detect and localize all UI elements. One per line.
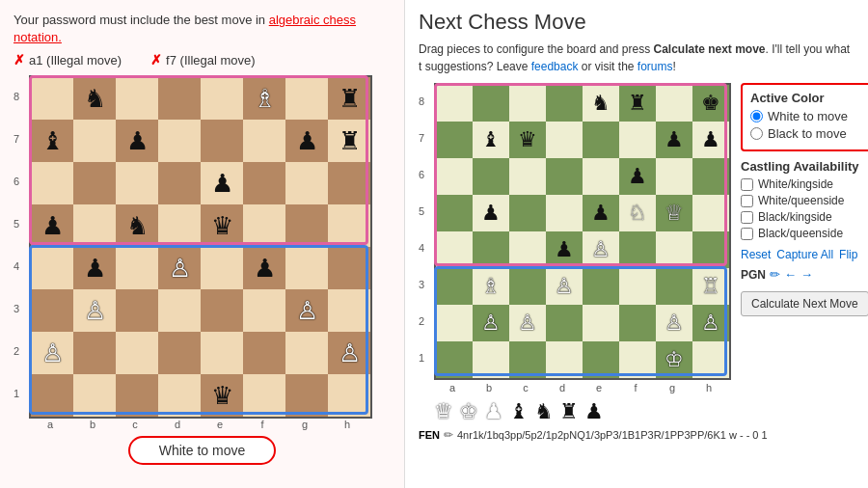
castling-bq-checkbox[interactable] bbox=[741, 228, 753, 240]
right-sq-3-2[interactable] bbox=[509, 195, 546, 231]
left-chess-board[interactable]: ♞♗♜♝♟♟♜♟♟♞♛♟♙♟♙♙♙♙♛ bbox=[29, 75, 372, 419]
left-sq-3-4[interactable]: ♛ bbox=[201, 204, 243, 247]
right-sq-4-7[interactable] bbox=[692, 231, 729, 268]
pgn-left-icon[interactable]: ← bbox=[784, 267, 797, 282]
right-sq-3-4[interactable]: ♟ bbox=[583, 195, 619, 231]
left-sq-6-2[interactable] bbox=[116, 332, 158, 374]
black-to-move-radio[interactable] bbox=[750, 127, 763, 140]
left-sq-2-3[interactable] bbox=[158, 162, 201, 204]
right-sq-6-3[interactable] bbox=[546, 305, 583, 341]
right-sq-3-5[interactable]: ♘ bbox=[619, 195, 656, 231]
right-sq-2-4[interactable] bbox=[583, 158, 619, 195]
left-sq-6-5[interactable] bbox=[243, 332, 285, 374]
right-sq-2-3[interactable] bbox=[546, 158, 583, 195]
right-sq-0-2[interactable] bbox=[509, 85, 546, 122]
right-sq-5-4[interactable] bbox=[583, 268, 619, 305]
left-sq-7-7[interactable] bbox=[328, 374, 370, 417]
right-sq-5-5[interactable] bbox=[619, 268, 656, 305]
right-chess-board[interactable]: ♞♜♚♝♛♟♟♟♟♟♘♕♟♙♗♙♖♙♙♙♙♔ bbox=[434, 83, 731, 380]
left-sq-1-1[interactable] bbox=[73, 120, 116, 162]
left-sq-3-6[interactable] bbox=[285, 204, 328, 247]
right-sq-1-7[interactable]: ♟ bbox=[692, 122, 729, 158]
left-sq-7-3[interactable] bbox=[158, 374, 201, 417]
white-to-move-radio[interactable] bbox=[750, 110, 763, 122]
castling-wk[interactable]: White/kingside bbox=[741, 177, 868, 191]
left-sq-4-2[interactable] bbox=[116, 247, 158, 289]
right-sq-2-7[interactable] bbox=[692, 158, 729, 195]
right-sq-2-6[interactable] bbox=[656, 158, 692, 195]
left-sq-6-0[interactable]: ♙ bbox=[31, 332, 73, 374]
feedback-link[interactable]: feedback bbox=[531, 60, 579, 73]
left-sq-1-6[interactable]: ♟ bbox=[285, 120, 328, 162]
right-sq-0-6[interactable] bbox=[656, 85, 692, 122]
right-sq-7-3[interactable] bbox=[546, 341, 583, 378]
left-sq-0-3[interactable] bbox=[158, 77, 201, 120]
castling-wq[interactable]: White/queenside bbox=[741, 194, 868, 207]
flip-button[interactable]: Flip bbox=[839, 248, 857, 261]
left-sq-7-2[interactable] bbox=[116, 374, 158, 417]
right-sq-0-1[interactable] bbox=[473, 85, 509, 122]
left-sq-2-6[interactable] bbox=[285, 162, 328, 204]
right-sq-6-1[interactable]: ♙ bbox=[473, 305, 509, 341]
right-sq-1-5[interactable] bbox=[619, 122, 656, 158]
left-sq-1-4[interactable] bbox=[201, 120, 243, 162]
right-sq-7-6[interactable]: ♔ bbox=[656, 341, 692, 378]
left-sq-4-0[interactable] bbox=[31, 247, 73, 289]
right-sq-3-0[interactable] bbox=[436, 195, 473, 231]
right-sq-4-3[interactable]: ♟ bbox=[546, 231, 583, 268]
right-sq-6-5[interactable] bbox=[619, 305, 656, 341]
right-sq-7-0[interactable] bbox=[436, 341, 473, 378]
castling-bq[interactable]: Black/queenside bbox=[741, 227, 868, 240]
left-sq-6-4[interactable] bbox=[201, 332, 243, 374]
right-sq-7-1[interactable] bbox=[473, 341, 509, 378]
left-sq-6-6[interactable] bbox=[285, 332, 328, 374]
right-sq-5-0[interactable] bbox=[436, 268, 473, 305]
forums-link[interactable]: forums bbox=[637, 60, 673, 73]
castling-bk-checkbox[interactable] bbox=[741, 211, 753, 224]
castling-wq-checkbox[interactable] bbox=[741, 195, 753, 207]
left-sq-1-3[interactable] bbox=[158, 120, 201, 162]
right-sq-5-6[interactable] bbox=[656, 268, 692, 305]
left-sq-1-2[interactable]: ♟ bbox=[116, 120, 158, 162]
left-sq-2-7[interactable] bbox=[328, 162, 370, 204]
reset-button[interactable]: Reset bbox=[741, 248, 771, 261]
right-sq-4-2[interactable] bbox=[509, 231, 546, 268]
left-sq-3-1[interactable] bbox=[73, 204, 116, 247]
right-sq-4-4[interactable]: ♙ bbox=[583, 231, 619, 268]
left-sq-4-6[interactable] bbox=[285, 247, 328, 289]
right-sq-6-0[interactable] bbox=[436, 305, 473, 341]
left-sq-5-7[interactable] bbox=[328, 289, 370, 332]
left-sq-2-0[interactable] bbox=[31, 162, 73, 204]
left-sq-4-1[interactable]: ♟ bbox=[73, 247, 116, 289]
right-sq-6-4[interactable] bbox=[583, 305, 619, 341]
right-sq-3-7[interactable] bbox=[692, 195, 729, 231]
left-sq-3-2[interactable]: ♞ bbox=[116, 204, 158, 247]
left-sq-2-2[interactable] bbox=[116, 162, 158, 204]
white-to-move-button[interactable]: White to move bbox=[128, 436, 276, 465]
calculate-next-move-button[interactable]: Calculate Next Move bbox=[741, 291, 868, 316]
left-sq-7-1[interactable] bbox=[73, 374, 116, 417]
right-sq-7-7[interactable] bbox=[692, 341, 729, 378]
capture-all-button[interactable]: Capture All bbox=[776, 248, 833, 261]
left-sq-0-4[interactable] bbox=[201, 77, 243, 120]
right-sq-0-4[interactable]: ♞ bbox=[583, 85, 619, 122]
left-sq-0-6[interactable] bbox=[285, 77, 328, 120]
left-sq-5-5[interactable] bbox=[243, 289, 285, 332]
right-sq-3-1[interactable]: ♟ bbox=[473, 195, 509, 231]
right-sq-0-5[interactable]: ♜ bbox=[619, 85, 656, 122]
left-sq-4-3[interactable]: ♙ bbox=[158, 247, 201, 289]
left-sq-4-5[interactable]: ♟ bbox=[243, 247, 285, 289]
left-sq-5-3[interactable] bbox=[158, 289, 201, 332]
left-sq-1-5[interactable] bbox=[243, 120, 285, 162]
left-sq-7-4[interactable]: ♛ bbox=[201, 374, 243, 417]
left-sq-4-4[interactable] bbox=[201, 247, 243, 289]
left-sq-7-6[interactable] bbox=[285, 374, 328, 417]
right-sq-1-4[interactable] bbox=[583, 122, 619, 158]
right-sq-1-3[interactable] bbox=[546, 122, 583, 158]
right-sq-2-5[interactable]: ♟ bbox=[619, 158, 656, 195]
right-sq-0-0[interactable] bbox=[436, 85, 473, 122]
left-sq-4-7[interactable] bbox=[328, 247, 370, 289]
left-sq-1-0[interactable]: ♝ bbox=[31, 120, 73, 162]
left-sq-5-6[interactable]: ♙ bbox=[285, 289, 328, 332]
left-sq-0-5[interactable]: ♗ bbox=[243, 77, 285, 120]
